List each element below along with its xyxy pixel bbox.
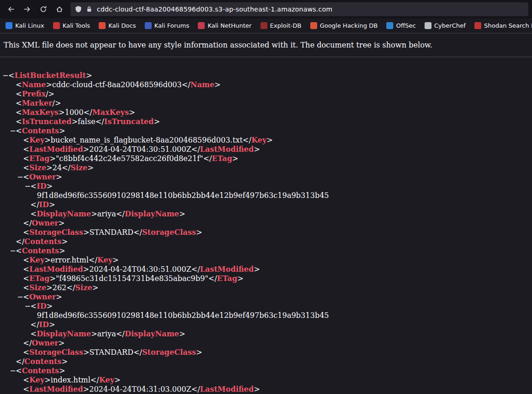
xml-line: −<Owner> xyxy=(0,293,532,302)
collapse-toggle-icon[interactable]: − xyxy=(17,293,23,302)
collapse-toggle-icon[interactable]: − xyxy=(17,173,23,182)
xml-bracket: < xyxy=(23,154,29,163)
xml-bracket: </ xyxy=(242,136,251,144)
xml-tag-name: Key xyxy=(251,136,266,144)
xml-bracket: > xyxy=(50,154,56,163)
xml-bracket: > xyxy=(114,376,120,384)
bookmark-google-hacking-db[interactable]: Google Hacking DB xyxy=(310,22,378,29)
xml-bracket: < xyxy=(16,80,22,89)
url-bar[interactable]: cddc-cloud-ctf-8aa200468596d003.s3-ap-so… xyxy=(71,2,528,16)
xml-line: </Owner> xyxy=(0,339,532,348)
xml-tag-name: DisplayName xyxy=(36,209,91,218)
xml-text-value: error.html xyxy=(51,256,89,264)
collapse-toggle-icon[interactable]: − xyxy=(24,302,30,311)
xml-bracket: > xyxy=(254,385,260,394)
xml-tag-name: ETag xyxy=(217,274,237,283)
xml-bracket: < xyxy=(23,283,29,292)
collapse-toggle-icon[interactable]: − xyxy=(10,126,16,136)
xml-bracket: </ xyxy=(62,163,71,172)
xml-tag-name: Owner xyxy=(29,173,56,181)
xml-bracket: < xyxy=(23,256,29,264)
xml-bracket: > xyxy=(83,265,89,274)
xml-bracket: </ xyxy=(89,256,97,264)
xml-tag-name: Owner xyxy=(32,219,59,227)
xml-tag-name: MaxKeys xyxy=(92,108,129,117)
xml-bracket: </ xyxy=(66,283,75,292)
xml-bracket: < xyxy=(16,117,22,126)
bookmark-label: Shodan Search Engine xyxy=(484,22,532,29)
xml-tag-name: Contents xyxy=(24,237,62,246)
xml-bracket: > xyxy=(50,274,56,283)
xml-line: </ID> xyxy=(0,320,532,329)
collapse-toggle-icon[interactable]: − xyxy=(10,246,16,256)
navigation-toolbar: cddc-cloud-ctf-8aa200468596d003.s3-ap-so… xyxy=(0,0,532,18)
home-button[interactable] xyxy=(52,3,67,16)
bookmark-label: Kali NetHunter xyxy=(207,22,251,29)
xml-line: <MaxKeys>1000</MaxKeys> xyxy=(0,108,532,117)
arrow-left-icon xyxy=(7,6,15,13)
xml-bracket: > xyxy=(49,200,55,209)
xml-bracket: </ xyxy=(16,357,24,366)
xml-tag-name: Key xyxy=(29,136,44,144)
xml-bracket: </ xyxy=(182,80,190,89)
xml-bracket: </ xyxy=(133,228,142,237)
collapse-toggle-icon[interactable]: − xyxy=(2,71,8,80)
xml-text-value: index.html xyxy=(51,376,90,384)
xml-tag-name: StorageClass xyxy=(142,348,196,357)
bookmark-cyberchef[interactable]: CyberChef xyxy=(425,22,466,29)
xml-line: </ID> xyxy=(0,200,532,209)
xml-text-value: STANDARD xyxy=(89,228,134,237)
back-button[interactable] xyxy=(4,3,18,16)
xml-bracket: < xyxy=(23,163,29,172)
xml-bracket: < xyxy=(23,228,29,237)
xml-bracket: /> xyxy=(53,99,61,107)
xml-bracket: > xyxy=(59,366,65,375)
xml-tag-name: DisplayName xyxy=(125,209,179,218)
xml-tag-name: Size xyxy=(75,283,92,292)
xml-text-value: 2024-04-24T04:31:03.000Z xyxy=(89,385,191,394)
xml-bracket: > xyxy=(46,163,52,172)
collapse-toggle-icon[interactable]: − xyxy=(10,366,16,376)
lock-icon[interactable] xyxy=(86,6,93,13)
xml-bracket: > xyxy=(179,209,185,218)
bookmark-exploit-db[interactable]: Exploit-DB xyxy=(260,22,301,29)
reload-button[interactable] xyxy=(36,3,51,16)
xml-tag-name: Prefix xyxy=(22,90,46,98)
xml-tree: −<ListBucketResult><Name>cddc-cloud-ctf-… xyxy=(0,71,532,394)
offsec-icon xyxy=(386,22,393,29)
bookmark-kali-docs[interactable]: Kali Docs xyxy=(99,22,136,29)
xml-line: <ETag>"c8bbf4c442c24e57582acc26f0d8e21f"… xyxy=(0,154,532,163)
bookmark-label: Exploit-DB xyxy=(270,22,301,29)
url-text[interactable]: cddc-cloud-ctf-8aa200468596d003.s3-ap-so… xyxy=(97,6,332,13)
bookmark-kali-linux[interactable]: Kali Linux xyxy=(6,22,44,29)
bookmark-kali-nethunter[interactable]: Kali NetHunter xyxy=(198,22,251,29)
exploit-db-icon xyxy=(260,22,267,29)
xml-tag-name: Name xyxy=(190,80,214,89)
xml-bracket: < xyxy=(30,182,36,191)
xml-bracket: < xyxy=(23,136,29,144)
xml-bracket: > xyxy=(56,293,62,301)
bookmark-kali-forums[interactable]: Kali Forums xyxy=(145,22,189,29)
collapse-toggle-icon[interactable]: − xyxy=(24,182,30,191)
xml-bracket: > xyxy=(47,302,53,310)
xml-bracket: > xyxy=(83,145,89,154)
xml-bracket: > xyxy=(59,126,65,135)
bookmark-shodan-search-engine[interactable]: Shodan Search Engine xyxy=(474,22,532,29)
bookmarks-toolbar: Kali LinuxKali ToolsKali DocsKali Forums… xyxy=(0,18,532,33)
xml-bracket: < xyxy=(16,90,22,98)
shodan-icon xyxy=(474,22,481,29)
xml-tag-name: ListBucketResult xyxy=(14,71,86,80)
xml-text-value: 1000 xyxy=(65,108,83,117)
forward-button[interactable] xyxy=(20,3,35,16)
xml-bracket: > xyxy=(254,265,260,274)
xml-tag-name: ID xyxy=(39,200,49,209)
xml-bracket: > xyxy=(196,348,202,357)
xml-line: −<Contents> xyxy=(0,366,532,376)
bookmark-kali-tools[interactable]: Kali Tools xyxy=(53,22,90,29)
bookmark-offsec[interactable]: OffSec xyxy=(386,22,416,29)
xml-line: <Name>cddc-cloud-ctf-8aa200468596d003</N… xyxy=(0,80,532,90)
xml-text-value: "f49865c31dc15154731b4e835abac9b9" xyxy=(56,274,208,283)
shield-icon[interactable] xyxy=(75,6,82,13)
xml-line: −<ID> xyxy=(0,302,532,311)
xml-bracket: > xyxy=(61,237,67,246)
